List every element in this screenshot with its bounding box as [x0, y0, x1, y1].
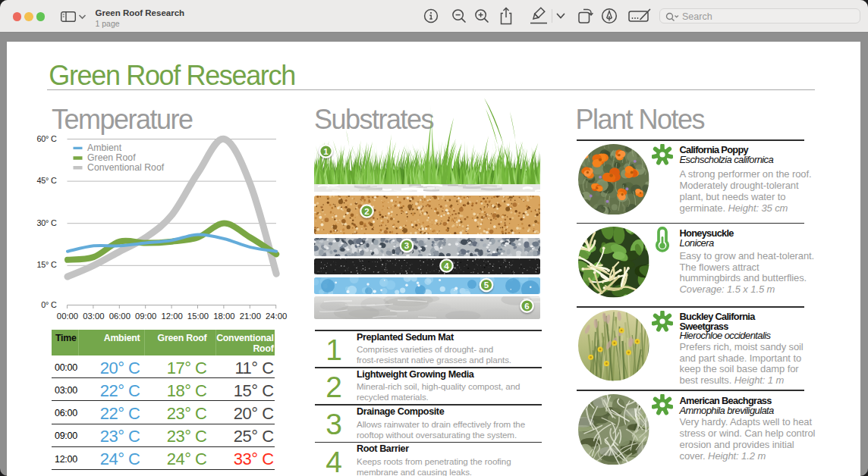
svg-text:Green Roof: Green Roof [87, 152, 136, 163]
svg-text:3: 3 [404, 241, 409, 250]
svg-text:15:00: 15:00 [187, 312, 209, 321]
svg-text:0° C: 0° C [41, 300, 57, 309]
svg-text:6: 6 [524, 302, 529, 311]
svg-text:24:00: 24:00 [266, 312, 287, 321]
svg-text:1: 1 [323, 147, 329, 156]
svg-text:Conventional Roof: Conventional Roof [87, 162, 165, 173]
svg-text:15° C: 15° C [36, 260, 57, 269]
svg-text:60° C: 60° C [36, 135, 57, 143]
svg-text:09:00: 09:00 [135, 312, 156, 321]
svg-text:5: 5 [484, 280, 489, 290]
svg-text:45° C: 45° C [36, 176, 57, 185]
svg-text:Ambient: Ambient [87, 142, 122, 153]
svg-text:2: 2 [364, 207, 369, 216]
svg-text:06:00: 06:00 [109, 312, 131, 321]
svg-text:18:00: 18:00 [213, 312, 234, 321]
svg-text:4: 4 [444, 261, 449, 271]
svg-text:03:00: 03:00 [83, 312, 104, 321]
svg-text:12:00: 12:00 [161, 312, 182, 321]
svg-text:00:00: 00:00 [57, 312, 78, 321]
svg-text:21:00: 21:00 [240, 312, 261, 321]
svg-text:30° C: 30° C [36, 218, 57, 227]
